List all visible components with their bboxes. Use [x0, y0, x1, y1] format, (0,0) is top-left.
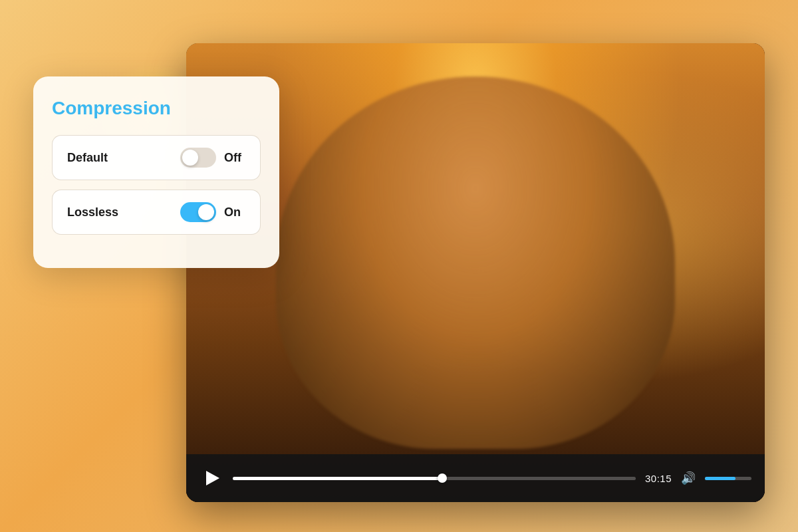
play-icon	[206, 471, 219, 485]
volume-bar[interactable]	[705, 477, 751, 480]
time-display: 30:15	[645, 473, 672, 484]
speaker-icon: 🔊	[681, 471, 696, 485]
video-controls-bar: 30:15 🔊	[186, 454, 765, 502]
lossless-label: Lossless	[67, 205, 118, 219]
default-toggle-right: Off	[180, 148, 245, 168]
default-toggle-row: Default Off	[52, 135, 261, 180]
lossless-toggle-thumb	[198, 204, 214, 220]
compression-panel: Compression Default Off Lossless On	[33, 76, 279, 268]
progress-thumb	[438, 473, 447, 483]
lossless-toggle-row: Lossless On	[52, 190, 261, 235]
lossless-toggle-state: On	[224, 205, 245, 219]
default-label: Default	[67, 151, 108, 165]
default-toggle-state: Off	[224, 151, 245, 165]
progress-fill	[233, 477, 442, 480]
play-button[interactable]	[200, 466, 223, 490]
lossless-toggle-switch[interactable]	[180, 202, 216, 222]
panel-title: Compression	[52, 98, 261, 119]
default-toggle-thumb	[182, 150, 198, 166]
video-person-shape	[276, 76, 675, 449]
main-container: 30:15 🔊 Compression Default Off Lossless	[33, 23, 765, 509]
progress-bar[interactable]	[233, 477, 636, 480]
default-toggle-switch[interactable]	[180, 148, 216, 168]
lossless-toggle-right: On	[180, 202, 245, 222]
volume-control[interactable]: 🔊	[681, 471, 696, 485]
volume-fill	[705, 477, 735, 480]
